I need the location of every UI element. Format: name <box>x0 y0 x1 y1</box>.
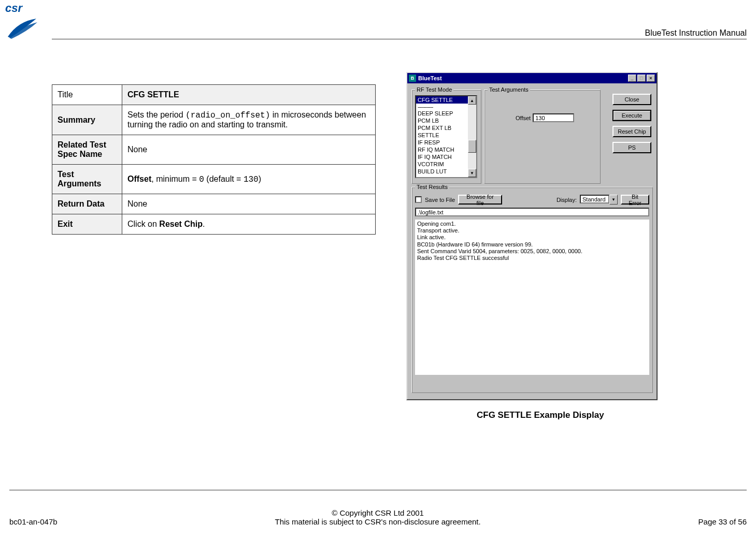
list-item[interactable]: PCM LB <box>416 117 476 124</box>
close-button[interactable]: Close <box>612 94 651 105</box>
list-item[interactable]: SETTLE <box>416 132 476 139</box>
list-item[interactable]: IF RESP <box>416 139 476 146</box>
footer-divider <box>9 490 747 490</box>
ps-button[interactable]: PS <box>612 142 651 153</box>
logo: csr <box>5 2 47 43</box>
figure-caption: CFG SETTLE Example Display <box>477 410 604 420</box>
cell-value: None <box>122 135 376 165</box>
list-item[interactable]: PCM EXT LB <box>416 124 476 132</box>
offset-field-row: Offset <box>516 113 574 122</box>
cell-value: Sets the period (radio_on_offset) in mic… <box>122 105 376 135</box>
rf-test-mode-group: RF Test Mode CFG SETTLE ----------- DEEP… <box>411 90 481 184</box>
offset-input[interactable] <box>533 113 574 122</box>
list-item[interactable]: ----------- <box>416 104 476 110</box>
table-row: Exit Click on Reset Chip. <box>52 214 376 235</box>
header-divider <box>52 39 747 39</box>
cell-label: Related Test Spec Name <box>52 135 122 165</box>
test-arguments-group: Test Arguments Offset <box>484 90 601 184</box>
app-icon: B <box>409 75 416 82</box>
file-path-input[interactable] <box>415 208 649 216</box>
window-controls: _ □ × <box>628 75 655 82</box>
bit-error-button[interactable]: Bit Error <box>621 195 649 205</box>
button-column: Close Execute Reset Chip PS <box>612 94 651 153</box>
window-title: BlueTest <box>418 75 628 81</box>
groupbox-label: Test Results <box>415 184 449 190</box>
page-footer: bc01-an-047b © Copyright CSR Ltd 2001 Th… <box>9 490 747 526</box>
table-row: Summary Sets the period (radio_on_offset… <box>52 105 376 135</box>
table-row: Return Data None <box>52 194 376 214</box>
list-item[interactable]: BUILD LUT <box>416 168 476 175</box>
scrollbar[interactable]: ▲ ▼ <box>468 96 476 177</box>
main-content: Title CFG SETTLE Summary Sets the period… <box>52 84 747 492</box>
scroll-thumb[interactable] <box>468 140 476 153</box>
chevron-down-icon[interactable]: ▼ <box>609 195 618 205</box>
save-to-file-label: Save to File <box>425 197 455 203</box>
page-header: csr BlueTest Instruction Manual <box>0 0 756 44</box>
list-item[interactable]: RF IQ MATCH <box>416 146 476 153</box>
close-window-button[interactable]: × <box>647 75 655 82</box>
cell-label: Return Data <box>52 194 122 214</box>
listbox-items: CFG SETTLE ----------- DEEP SLEEP PCM LB… <box>416 96 476 175</box>
cell-label: Test Arguments <box>52 165 122 194</box>
scroll-track[interactable] <box>468 105 476 169</box>
browse-button[interactable]: Browse for file <box>458 195 502 205</box>
logo-text: csr <box>5 2 47 15</box>
nda-notice: This material is subject to CSR's non-di… <box>275 517 480 526</box>
scroll-up-icon[interactable]: ▲ <box>468 96 476 105</box>
scroll-down-icon[interactable]: ▼ <box>468 169 476 177</box>
titlebar[interactable]: B BlueTest _ □ × <box>407 73 657 83</box>
display-value[interactable] <box>580 195 609 203</box>
list-item[interactable]: IF IQ MATCH <box>416 153 476 161</box>
table-row: Test Arguments Offset, minimum = 0 (defa… <box>52 165 376 194</box>
display-combo[interactable]: ▼ <box>580 195 618 205</box>
bluetest-window: B BlueTest _ □ × RF Test Mode CFG SETTLE… <box>406 72 658 400</box>
list-item[interactable]: VCOTRIM <box>416 161 476 168</box>
doc-id: bc01-an-047b <box>9 517 58 526</box>
groupbox-label: RF Test Mode <box>415 86 453 93</box>
spec-table: Title CFG SETTLE Summary Sets the period… <box>52 84 376 235</box>
log-output: Opening com1. Transport active. Link act… <box>415 220 649 375</box>
cell-value: None <box>122 194 376 214</box>
cell-value: CFG SETTLE <box>122 85 376 105</box>
logo-swoosh-icon <box>5 16 39 39</box>
maximize-button[interactable]: □ <box>637 75 646 82</box>
test-results-group: Test Results Save to File Browse for fil… <box>411 187 653 393</box>
footer-row: bc01-an-047b © Copyright CSR Ltd 2001 Th… <box>9 508 747 526</box>
results-toolbar: Save to File Browse for file Display: ▼ … <box>415 195 649 205</box>
execute-button[interactable]: Execute <box>612 110 651 121</box>
save-to-file-checkbox[interactable] <box>415 196 422 203</box>
minimize-button[interactable]: _ <box>628 75 636 82</box>
rf-listbox[interactable]: CFG SETTLE ----------- DEEP SLEEP PCM LB… <box>415 95 477 178</box>
list-item[interactable]: DEEP SLEEP <box>416 110 476 117</box>
reset-chip-button[interactable]: Reset Chip <box>612 126 651 137</box>
offset-label: Offset <box>516 115 531 121</box>
dialog-body: RF Test Mode CFG SETTLE ----------- DEEP… <box>407 83 657 399</box>
cell-label: Summary <box>52 105 122 135</box>
groupbox-label: Test Arguments <box>488 86 530 93</box>
cell-value: Click on Reset Chip. <box>122 214 376 235</box>
table-row: Related Test Spec Name None <box>52 135 376 165</box>
document-title: BlueTest Instruction Manual <box>645 28 747 38</box>
footer-center: © Copyright CSR Ltd 2001 This material i… <box>275 508 480 526</box>
display-label: Display: <box>557 197 577 203</box>
cell-label: Title <box>52 85 122 105</box>
cell-value: Offset, minimum = 0 (default = 130) <box>122 165 376 194</box>
page-number: Page 33 of 56 <box>698 517 747 526</box>
copyright: © Copyright CSR Ltd 2001 <box>275 508 480 517</box>
list-item[interactable]: CFG SETTLE <box>416 96 476 104</box>
cell-label: Exit <box>52 214 122 235</box>
table-row: Title CFG SETTLE <box>52 85 376 105</box>
